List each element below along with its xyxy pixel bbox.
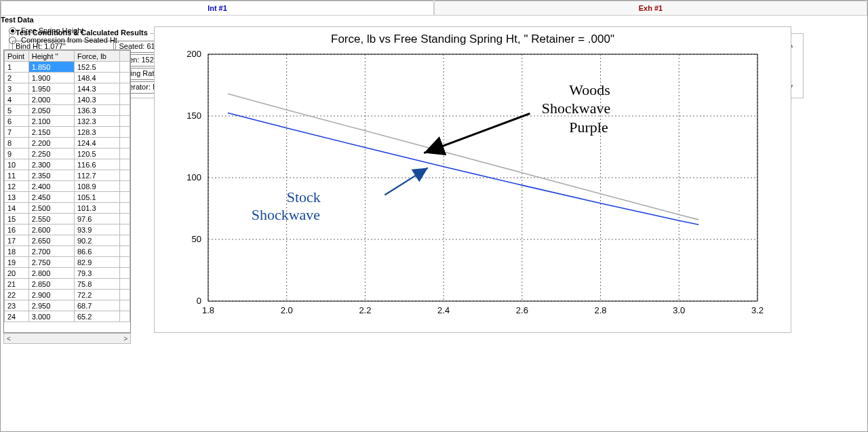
table-row[interactable]: 232.95068.7	[5, 300, 130, 311]
cell-point: 12	[5, 181, 29, 192]
cell-spacer	[120, 138, 130, 149]
svg-line-28	[384, 168, 428, 195]
cell-spacer	[120, 192, 130, 203]
svg-text:0: 0	[197, 296, 201, 306]
table-row[interactable]: 122.400108.9	[5, 181, 130, 192]
cell-point: 3	[5, 83, 29, 94]
table-row[interactable]: 92.250120.5	[5, 149, 130, 159]
scroll-left-icon[interactable]: <	[4, 335, 14, 342]
table-row[interactable]: 31.950144.3	[5, 83, 130, 94]
cell-force: 124.4	[75, 138, 120, 149]
svg-text:200: 200	[186, 49, 201, 59]
cell-force: 144.3	[75, 83, 120, 94]
cell-height: 2.700	[28, 246, 74, 257]
cell-spacer	[120, 268, 130, 279]
table-row[interactable]: 202.80079.3	[5, 268, 130, 279]
cell-point: 13	[5, 192, 29, 203]
table-row[interactable]: 182.70086.6	[5, 246, 130, 257]
cell-height: 2.300	[28, 159, 74, 170]
table-row[interactable]: 21.900148.4	[5, 73, 130, 83]
cell-force: 65.2	[75, 311, 120, 322]
table-row[interactable]: 192.75082.9	[5, 257, 130, 268]
cell-force: 72.2	[75, 290, 120, 300]
cell-height: 2.000	[28, 94, 74, 105]
table-row[interactable]: 82.200124.4	[5, 138, 130, 149]
table-row[interactable]: 132.450105.1	[5, 192, 130, 203]
chart-svg: 1.82.02.22.42.62.83.03.2050100150200Wood…	[167, 47, 778, 324]
cell-height: 2.750	[28, 257, 74, 268]
table-row[interactable]: 42.000140.3	[5, 94, 130, 105]
scroll-right-icon[interactable]: >	[121, 335, 130, 342]
th-point[interactable]: Point	[5, 51, 29, 62]
cell-point: 14	[5, 203, 29, 214]
th-force[interactable]: Force, lb	[75, 51, 120, 62]
table-row[interactable]: 52.050136.3	[5, 105, 130, 116]
cell-spacer	[120, 105, 130, 116]
cell-force: 152.5	[75, 62, 120, 73]
table-hscrollbar[interactable]: < >	[3, 333, 131, 344]
cell-spacer	[120, 149, 130, 159]
chart-title: Force, lb vs Free Standing Spring Ht, " …	[155, 27, 791, 47]
cell-point: 23	[5, 300, 29, 311]
svg-text:2.4: 2.4	[437, 305, 450, 315]
table-row[interactable]: 172.65090.2	[5, 235, 130, 246]
radio-comp-label: Compression from Seated Ht.	[21, 36, 119, 44]
cell-force: 105.1	[75, 192, 120, 203]
data-table-wrap[interactable]: Point Height '' Force, lb 11.850152.521.…	[3, 50, 131, 333]
cell-height: 2.200	[28, 138, 74, 149]
cell-spacer	[120, 203, 130, 214]
cell-force: 132.3	[75, 116, 120, 127]
radio-dot-icon	[9, 37, 16, 44]
tab-int1[interactable]: Int #1	[1, 1, 434, 15]
th-height[interactable]: Height ''	[28, 51, 74, 62]
cell-height: 2.650	[28, 235, 74, 246]
table-row[interactable]: 11.850152.5	[5, 62, 130, 73]
group-test-data-legend: Test Data	[1, 16, 795, 24]
radio-compression[interactable]: Compression from Seated Ht.	[9, 36, 119, 44]
cell-spacer	[120, 170, 130, 181]
cell-force: 101.3	[75, 203, 120, 214]
table-row[interactable]: 243.00065.2	[5, 311, 130, 322]
table-row[interactable]: 102.300116.6	[5, 159, 130, 170]
cell-spacer	[120, 279, 130, 290]
cell-height: 1.950	[28, 83, 74, 94]
table-row[interactable]: 152.55097.6	[5, 214, 130, 224]
svg-text:100: 100	[186, 172, 201, 182]
table-row[interactable]: 162.60093.9	[5, 224, 130, 235]
table-row[interactable]: 62.100132.3	[5, 116, 130, 127]
cell-point: 6	[5, 116, 29, 127]
cell-force: 128.3	[75, 127, 120, 138]
content-area: Test Conditions & Calculated Results Bin…	[1, 16, 867, 431]
table-row[interactable]: 142.500101.3	[5, 203, 130, 214]
cell-spacer	[120, 290, 130, 300]
cell-height: 2.500	[28, 203, 74, 214]
cell-spacer	[120, 257, 130, 268]
cell-point: 1	[5, 62, 29, 73]
cell-spacer	[120, 83, 130, 94]
table-row[interactable]: 222.90072.2	[5, 290, 130, 300]
th-scroll-spacer	[120, 51, 130, 62]
cell-point: 7	[5, 127, 29, 138]
cell-height: 1.850	[28, 62, 74, 73]
cell-point: 19	[5, 257, 29, 268]
cell-point: 8	[5, 138, 29, 149]
radio-dot-icon	[9, 27, 16, 35]
cell-force: 120.5	[75, 149, 120, 159]
cell-height: 2.800	[28, 268, 74, 279]
svg-text:150: 150	[186, 111, 201, 121]
cell-spacer	[120, 224, 130, 235]
cell-spacer	[120, 300, 130, 311]
svg-line-27	[424, 113, 530, 153]
radio-free-label: Free Spring Height	[21, 26, 83, 35]
radio-free-spring-height[interactable]: Free Spring Height	[9, 26, 83, 35]
svg-text:2.0: 2.0	[281, 305, 293, 315]
cell-point: 2	[5, 73, 29, 83]
tab-exh1[interactable]: Exh #1	[434, 1, 867, 15]
cell-height: 1.900	[28, 73, 74, 83]
cell-force: 75.8	[75, 279, 120, 290]
table-row[interactable]: 72.150128.3	[5, 127, 130, 138]
table-row[interactable]: 112.350112.7	[5, 170, 130, 181]
table-row[interactable]: 212.85075.8	[5, 279, 130, 290]
svg-text:2.2: 2.2	[359, 305, 371, 315]
cell-height: 2.900	[28, 290, 74, 300]
